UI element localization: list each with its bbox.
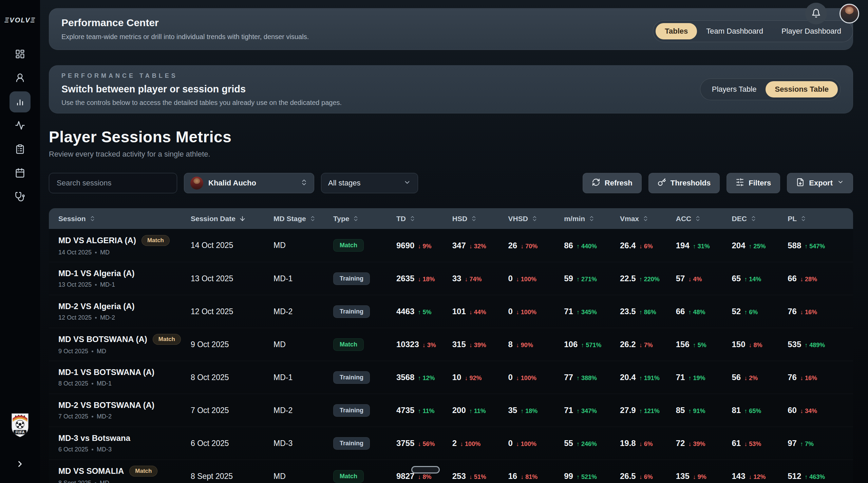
- tab-tables[interactable]: Tables: [656, 23, 697, 39]
- tab-player-dashboard[interactable]: Player Dashboard: [772, 23, 850, 39]
- session-name: MD-2 VS Algeria (A): [58, 302, 191, 311]
- session-row[interactable]: MD VS BOTSWANA (A)Match9 Oct 2025MD9 Oct…: [49, 328, 853, 361]
- metric-acc: 57↓ 4%: [676, 274, 732, 283]
- delta-down: ↓ 9%: [693, 473, 706, 481]
- thresholds-button[interactable]: Thresholds: [648, 173, 720, 193]
- metric-hsd: 315↓ 39%: [452, 340, 508, 349]
- column-header-hsd[interactable]: HSD: [452, 215, 508, 223]
- section-subtitle: Review every tracked activity for a sing…: [49, 150, 853, 159]
- column-header-pl[interactable]: PL: [788, 215, 844, 223]
- column-header-session[interactable]: Session: [58, 215, 191, 223]
- metric-pl: 588↑ 547%: [788, 241, 844, 250]
- session-row[interactable]: MD-1 VS BOTSWANA (A)8 Oct 2025MD-18 Oct …: [49, 361, 853, 394]
- sidebar: ΞVOLVΞ: [0, 0, 40, 483]
- type-badge: Match: [333, 239, 364, 252]
- session-cell: MD VS SOMALIAMatch8 Sept 2025MD: [58, 466, 191, 483]
- tab-team-dashboard[interactable]: Team Dashboard: [697, 23, 772, 39]
- sidebar-item-reports[interactable]: [10, 139, 31, 160]
- session-row[interactable]: MD-2 VS Algeria (A)12 Oct 2025MD-212 Oct…: [49, 295, 853, 328]
- delta-down: ↓ 100%: [516, 441, 536, 448]
- horizontal-scrollbar-thumb[interactable]: [411, 466, 440, 473]
- metric-dec: 61↓ 53%: [732, 439, 788, 448]
- delta-up: ↑ 86%: [639, 309, 656, 316]
- delta-up: ↑ 19%: [688, 375, 705, 382]
- file-download-icon: [796, 178, 805, 189]
- type-badge: Training: [333, 404, 370, 417]
- column-header-dec[interactable]: DEC: [732, 215, 788, 223]
- sidebar-item-players[interactable]: [10, 68, 31, 89]
- export-button[interactable]: Export: [787, 173, 853, 193]
- metric-td: 2635↓ 18%: [396, 274, 452, 283]
- metric-m-min: 71↑ 347%: [564, 406, 620, 415]
- session-subtitle: 6 Oct 2025MD-3: [58, 446, 191, 453]
- filters-button[interactable]: Filters: [727, 173, 780, 193]
- sidebar-item-activity[interactable]: [10, 115, 31, 136]
- player-avatar: [190, 177, 203, 190]
- delta-up: ↑ 48%: [688, 309, 705, 316]
- column-header-vmax[interactable]: Vmax: [620, 215, 676, 223]
- delta-up: ↑ 11%: [469, 408, 486, 415]
- session-row[interactable]: MD VS ALGERIA (A)Match14 Oct 2025MD14 Oc…: [49, 229, 853, 262]
- session-name: MD-2 VS BOTSWANA (A): [58, 400, 191, 410]
- notifications-button[interactable]: [805, 3, 827, 24]
- session-row[interactable]: MD-2 VS BOTSWANA (A)7 Oct 2025MD-27 Oct …: [49, 394, 853, 427]
- delta-up: ↑ 521%: [577, 473, 597, 481]
- delta-down: ↓ 51%: [469, 473, 486, 481]
- delta-up: ↑ 5%: [418, 309, 431, 316]
- session-subtitle: 8 Oct 2025MD-1: [58, 380, 191, 387]
- stage-select[interactable]: All stages: [321, 173, 418, 193]
- toggle-players-table[interactable]: Players Table: [703, 81, 766, 97]
- table-body: MD VS ALGERIA (A)Match14 Oct 2025MD14 Oc…: [49, 229, 853, 483]
- search-input[interactable]: [49, 173, 177, 193]
- session-name: MD VS SOMALIAMatch: [58, 466, 191, 477]
- metric-vmax: 22.5↑ 220%: [620, 274, 676, 283]
- delta-down: ↓ 39%: [688, 441, 705, 448]
- user-avatar[interactable]: [839, 4, 859, 23]
- session-cell: MD VS ALGERIA (A)Match14 Oct 2025MD: [58, 235, 191, 256]
- player-select-value: Khalid Aucho: [208, 179, 256, 187]
- sidebar-item-dashboard[interactable]: [10, 44, 31, 65]
- delta-down: ↓ 28%: [800, 276, 817, 283]
- column-header-session-date[interactable]: Session Date: [191, 215, 273, 223]
- delta-up: ↑ 18%: [521, 408, 537, 415]
- filter-toolbar: Khalid Aucho All stages Refresh Threshol…: [49, 173, 853, 193]
- delta-up: ↑ 121%: [639, 408, 660, 415]
- column-header-m-min[interactable]: m/min: [564, 215, 620, 223]
- delta-down: ↓ 39%: [469, 342, 486, 349]
- sidebar-expand-button[interactable]: [12, 456, 29, 473]
- session-match-badge: Match: [129, 466, 157, 477]
- metric-m-min: 99↑ 521%: [564, 471, 620, 481]
- session-row[interactable]: MD-1 VS Algeria (A)13 Oct 2025MD-113 Oct…: [49, 262, 853, 295]
- metric-dec: 150↓ 8%: [732, 340, 788, 349]
- delta-down: ↓ 74%: [465, 276, 482, 283]
- column-header-md-stage[interactable]: MD Stage: [273, 215, 333, 223]
- metric-vmax: 27.9↑ 121%: [620, 406, 676, 415]
- delta-down: ↓ 100%: [516, 276, 536, 283]
- key-icon: [658, 178, 666, 189]
- session-date: 6 Oct 2025: [191, 439, 273, 448]
- toggle-sessions-table[interactable]: Sessions Table: [766, 81, 838, 97]
- metric-dec: 204↑ 25%: [732, 241, 788, 250]
- column-header-vhsd[interactable]: VHSD: [508, 215, 564, 223]
- sidebar-item-calendar[interactable]: [10, 163, 31, 184]
- delta-down: ↓ 2%: [744, 375, 758, 382]
- session-row[interactable]: MD VS SOMALIAMatch8 Sept 2025MD8 Sept 20…: [49, 460, 853, 483]
- refresh-button[interactable]: Refresh: [583, 173, 642, 193]
- column-header-acc[interactable]: ACC: [676, 215, 732, 223]
- column-header-td[interactable]: TD: [396, 215, 452, 223]
- player-select[interactable]: Khalid Aucho: [184, 173, 314, 193]
- session-name: MD-1 VS BOTSWANA (A): [58, 368, 191, 377]
- column-header-type[interactable]: Type: [333, 215, 396, 223]
- metric-m-min: 77↑ 388%: [564, 373, 620, 382]
- sidebar-item-medical[interactable]: [10, 186, 31, 208]
- metric-m-min: 71↑ 345%: [564, 307, 620, 316]
- session-date: 8 Sept 2025: [191, 472, 273, 481]
- metric-td: 4463↑ 5%: [396, 307, 452, 316]
- delta-down: ↓ 16%: [800, 375, 817, 382]
- delta-down: ↓ 90%: [516, 342, 533, 349]
- delta-up: ↑ 191%: [639, 375, 660, 382]
- sidebar-item-performance[interactable]: [10, 91, 31, 112]
- session-row[interactable]: MD-3 vs Botswana6 Oct 2025MD-36 Oct 2025…: [49, 427, 853, 460]
- metric-vhsd: 35↑ 18%: [508, 406, 564, 415]
- metric-m-min: 55↑ 246%: [564, 439, 620, 448]
